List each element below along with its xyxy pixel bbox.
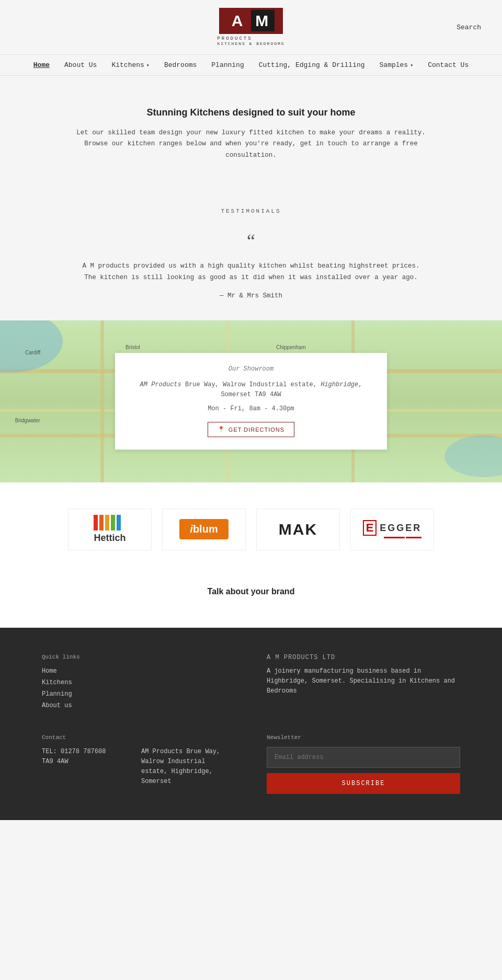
hettich-label: Hettich [94,533,126,544]
testimonials-section: TESTIMONIALS “ A M products provided us … [0,187,502,320]
egger-logo: E EGGER [363,520,422,538]
hettich-stripes [94,515,121,531]
testimonials-label: TESTIMONIALS [42,208,460,214]
footer-address: AM Products Brue Way, Walrow Industrial … [141,747,235,787]
blum-logo: iblum [179,519,228,539]
quote-mark-icon: “ [42,230,460,252]
showroom-card: Our Showroom AM Products Brue Way, Walro… [115,353,387,449]
brand-text: Talk about your brand [21,587,481,596]
hero-title: Stunning Kitchens designed to suit your … [52,107,450,118]
nav-item-cutting[interactable]: Cutting, Edging & Drilling [259,61,365,69]
nav-item-samples[interactable]: Samples ▾ [380,61,414,69]
logo[interactable]: AM PRODUCTSKITCHENS & BEDROOMS [217,8,284,47]
footer-newsletter: Newsletter SUBSCRIBE [267,734,460,794]
map-section: Cardiff Bristol Chippenham Bridgwater Gl… [0,320,502,482]
main-nav: Home About Us Kitchens ▾ Bedrooms Planni… [0,55,502,76]
email-input[interactable] [267,747,460,768]
subscribe-button[interactable]: SUBSCRIBE [267,773,460,794]
hero-section: Stunning Kitchens designed to suit your … [0,76,502,187]
footer-company-desc: A joinery manufacturing business based i… [267,666,460,697]
logo-subtitle: PRODUCTSKITCHENS & BEDROOMS [217,36,284,47]
footer-tel: TEL: 01278 787608TA9 4AW [42,747,136,787]
brand-hettich: Hettich [68,509,152,550]
footer-link-home[interactable]: Home [42,667,235,675]
brands-section: Hettich iblum MAK E EGGER [0,482,502,577]
testimonial-text: A M products provided us with a high qua… [78,260,424,284]
chevron-down-icon: ▾ [410,62,413,68]
site-header: AM PRODUCTSKITCHENS & BEDROOMS Search [0,0,502,55]
nav-item-contact[interactable]: Contact Us [428,61,469,69]
chevron-down-icon: ▾ [146,62,150,68]
mak-logo: MAK [279,521,317,538]
footer-link-about[interactable]: About us [42,702,235,709]
nav-item-home[interactable]: Home [33,61,50,69]
nav-item-about[interactable]: About Us [64,61,97,69]
showroom-title: Our Showroom [134,365,368,373]
site-footer: Quick links Home Kitchens Planning About… [0,628,502,820]
footer-quick-links: Quick links Home Kitchens Planning About… [42,654,235,713]
get-directions-button[interactable]: 📍 GET DIRECTIONS [208,422,294,437]
showroom-address: AM Products Brue Way, Walrow Industrial … [134,380,368,400]
footer-link-planning[interactable]: Planning [42,690,235,698]
brand-mak: MAK [256,509,340,550]
footer-company: A M PRODUCTS LTD A joinery manufacturing… [267,654,460,713]
logo-box: AM [219,8,283,34]
footer-contact-label: Contact [42,734,235,741]
nav-item-bedrooms[interactable]: Bedrooms [164,61,197,69]
search-button[interactable]: Search [457,24,481,31]
brand-text-section: Talk about your brand [0,577,502,628]
nav-item-kitchens[interactable]: Kitchens ▾ [111,61,149,69]
footer-company-name: A M PRODUCTS LTD [267,654,460,661]
brand-blum: iblum [162,509,246,550]
footer-newsletter-label: Newsletter [267,734,460,741]
hero-text: Let our skilled team design your new lux… [73,128,429,161]
footer-link-kitchens[interactable]: Kitchens [42,679,235,686]
footer-contact: Contact TEL: 01278 787608TA9 4AW AM Prod… [42,734,235,794]
nav-item-planning[interactable]: Planning [211,61,244,69]
testimonial-author: — Mr & Mrs Smith [42,292,460,299]
brand-egger: E EGGER [350,509,434,550]
pin-icon: 📍 [218,426,225,433]
quick-links-label: Quick links [42,654,235,660]
showroom-hours: Mon - Fri, 8am - 4.30pm [134,405,368,412]
get-directions-label: GET DIRECTIONS [229,426,284,433]
